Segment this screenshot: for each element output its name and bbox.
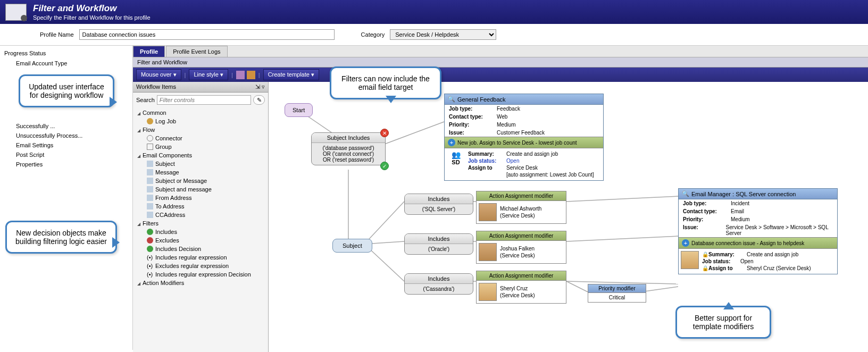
sql-card-title: Email Manager : SQL Server connection: [691, 191, 796, 197]
action-sheryl[interactable]: Action Assignment modifier Sheryl Cruz(S…: [476, 271, 566, 304]
profile-name-label: Profile Name: [40, 31, 74, 38]
subject-node[interactable]: Subject: [332, 239, 372, 253]
item-connector[interactable]: Connector: [133, 134, 268, 143]
tab-bar: Profile Profile Event Logs: [133, 46, 868, 57]
header-icon: [5, 4, 27, 21]
page-subtitle: Specify the Filter and Workflow for this…: [33, 14, 151, 21]
item-excludes[interactable]: Excludes: [133, 236, 268, 245]
palette-title: Workflow Items: [136, 83, 176, 90]
cat-email[interactable]: Email Components: [133, 151, 268, 160]
create-template-button[interactable]: Create template ▾: [263, 69, 319, 80]
category-label: Category: [361, 31, 385, 38]
avatar: [479, 243, 497, 261]
priority-modifier-node[interactable]: Priority modifier Critical: [588, 284, 646, 303]
item-inc-re[interactable]: (•)Includes regular expression: [133, 253, 268, 262]
item-subj-or-msg[interactable]: Subject or Message: [133, 177, 268, 185]
avatar: [479, 203, 497, 221]
copy-icon[interactable]: [236, 71, 245, 79]
palette-tree: Common Log Job Flow Connector Group Emai…: [133, 107, 268, 352]
item-subject[interactable]: Subject: [133, 160, 268, 168]
profile-form-row: Profile Name Category Service Desk / Hel…: [0, 24, 868, 46]
plus-icon: +: [682, 239, 689, 247]
callout-decision: New decision objects make building filte…: [5, 221, 117, 254]
workflow-canvas[interactable]: Start Subject Includes ('database passwo…: [269, 82, 868, 352]
paste-icon[interactable]: [247, 71, 255, 79]
callout-templates: Better support for template modifiers: [675, 306, 771, 339]
feedback-template[interactable]: 🔍General Feedback Job type:Feedback Cont…: [444, 94, 604, 181]
cat-common[interactable]: Common: [133, 108, 268, 117]
item-message[interactable]: Message: [133, 168, 268, 177]
profile-name-input[interactable]: [79, 29, 335, 40]
item-exc-re[interactable]: (•)Excludes regular expression: [133, 262, 268, 270]
cat-filters[interactable]: Filters: [133, 219, 268, 228]
cat-flow[interactable]: Flow: [133, 125, 268, 134]
ok-node-icon[interactable]: ✓: [380, 162, 389, 170]
callout-filters: Filters can now include the email field …: [330, 66, 441, 99]
plus-icon: +: [448, 139, 455, 146]
workflow-palette: Workflow Items ⇲ ▿ Search ✎ Common Log J…: [133, 82, 269, 352]
sidebar-item[interactable]: Unsuccessfully Process...: [0, 131, 132, 140]
mouseover-button[interactable]: Mouse over ▾: [136, 69, 181, 80]
panel-label: Filter and Workflow: [133, 57, 868, 68]
avatar: [681, 251, 699, 269]
sidebar-item[interactable]: Email Account Type: [0, 58, 132, 68]
search-label: Search: [136, 97, 155, 103]
page-header: Filter and Workflow Specify the Filter a…: [0, 0, 868, 24]
avatar: [479, 283, 497, 301]
action-michael[interactable]: Action Assignment modifier Michael Ashwo…: [476, 191, 566, 224]
includes-sql-node[interactable]: Includes ('SQL Server'): [404, 194, 473, 215]
clear-search-icon[interactable]: ✎: [253, 95, 265, 105]
filter-body: ('database password') OR ('cannot connec…: [312, 143, 385, 165]
item-inc-dec[interactable]: Includes Decision: [133, 245, 268, 253]
subject-includes-node[interactable]: Subject Includes ('database password') O…: [311, 132, 386, 165]
sidebar-item[interactable]: Properties: [0, 160, 132, 169]
callout-ui: Updated user interface for designing wor…: [19, 74, 114, 107]
item-from[interactable]: From Address: [133, 194, 268, 202]
item-inc-re-dec[interactable]: (•)Includes regular expression Decision: [133, 270, 268, 279]
action-joshua[interactable]: Action Assignment modifier Joshua Falken…: [476, 231, 566, 264]
cat-action[interactable]: Action Modifiers: [133, 279, 268, 287]
tab-profile[interactable]: Profile: [133, 46, 165, 57]
item-log-job[interactable]: Log Job: [133, 117, 268, 125]
sidebar-item[interactable]: Post Script: [0, 150, 132, 160]
item-includes[interactable]: Includes: [133, 228, 268, 236]
sql-template[interactable]: 🔍Email Manager : SQL Server connection J…: [678, 188, 838, 274]
sidebar-item[interactable]: Successfully ...: [0, 121, 132, 131]
page-title: Filter and Workflow: [33, 3, 151, 14]
start-node[interactable]: Start: [285, 103, 313, 117]
sidebar-item[interactable]: Email Settings: [0, 140, 132, 150]
linestyle-button[interactable]: Line style ▾: [189, 69, 228, 80]
item-to[interactable]: To Address: [133, 202, 268, 211]
category-select[interactable]: Service Desk / Helpdesk: [390, 29, 496, 40]
tab-event-logs[interactable]: Profile Event Logs: [166, 46, 227, 57]
magnify-icon: 🔍: [682, 190, 689, 197]
feedback-title: General Feedback: [457, 96, 506, 103]
includes-oracle-node[interactable]: Includes ('Oracle'): [404, 233, 473, 255]
item-cc[interactable]: CCAddress: [133, 211, 268, 219]
includes-cassandra-node[interactable]: Includes ('Cassandra'): [404, 273, 473, 295]
sidebar-title: Progress Status: [0, 48, 132, 58]
item-subj-and-msg[interactable]: Subject and message: [133, 185, 268, 194]
filter-head: Subject Includes: [312, 133, 385, 143]
workflow-toolbar: Mouse over ▾ | Line style ▾ | | Create t…: [133, 68, 868, 82]
palette-search-input[interactable]: [157, 95, 251, 105]
palette-pin-icon[interactable]: ⇲ ▿: [255, 83, 265, 90]
delete-node-icon[interactable]: ✕: [380, 129, 389, 137]
palette-header: Workflow Items ⇲ ▿: [133, 82, 268, 93]
item-group[interactable]: Group: [133, 143, 268, 151]
magnify-icon: 🔍: [448, 96, 455, 103]
